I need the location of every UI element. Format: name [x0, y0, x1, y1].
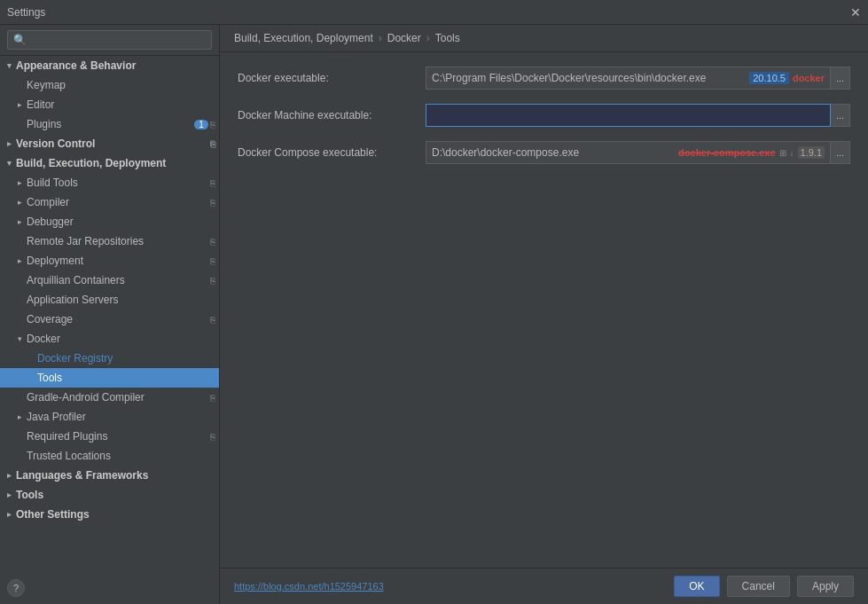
chevron-lang: [4, 470, 14, 481]
help-link[interactable]: https://blog.csdn.net/h1525947163: [234, 581, 384, 592]
sidebar-item-label: Required Plugins: [27, 430, 210, 443]
sidebar-item-app-servers[interactable]: Application Servers: [0, 290, 219, 310]
sidebar-item-label: Tools: [37, 372, 215, 384]
sidebar-item-plugins[interactable]: Plugins 1 ⎘: [0, 114, 219, 134]
sidebar-item-gradle-android[interactable]: Gradle-Android Compiler ⎘: [0, 388, 219, 407]
sidebar-item-keymap[interactable]: Keymap: [0, 75, 219, 95]
sidebar-item-coverage[interactable]: Coverage ⎘: [0, 310, 219, 329]
sidebar-item-editor[interactable]: Editor: [0, 95, 219, 114]
search-box: [0, 25, 219, 56]
sidebar-item-trusted-locations[interactable]: Trusted Locations: [0, 446, 219, 466]
docker-compose-display: D:\docker\docker-compose.exe docker-comp…: [426, 141, 831, 164]
copy-icon: ⎘: [210, 139, 215, 149]
docker-machine-row: Docker Machine executable: ...: [238, 104, 850, 127]
docker-compose-name-badge: docker-compose.exe: [678, 147, 775, 158]
docker-compose-value: D:\docker\docker-compose.exe: [432, 146, 579, 159]
sidebar-item-languages[interactable]: Languages & Frameworks: [0, 466, 219, 485]
copy-icon: ⎘: [210, 198, 215, 208]
bottom-buttons: OK Cancel Apply: [674, 576, 854, 597]
breadcrumb: Build, Execution, Deployment › Docker › …: [220, 25, 868, 52]
docker-exe-display: C:\Program Files\Docker\Docker\resources…: [426, 67, 831, 90]
chevron-tools: [25, 373, 35, 383]
sidebar-item-tools[interactable]: Tools: [0, 368, 219, 388]
copy-icon: ⎘: [210, 393, 215, 403]
sidebar-item-label: Deployment: [27, 255, 210, 267]
chevron-compiler: [14, 197, 25, 208]
arq-icons: ⎘: [210, 276, 215, 286]
docker-machine-input-group: ...: [426, 104, 850, 127]
sidebar-item-version-control[interactable]: Version Control ⎘: [0, 134, 219, 153]
chevron-build: [4, 158, 14, 169]
sidebar-item-appearance[interactable]: Appearance & Behavior: [0, 56, 219, 75]
sidebar-item-label: Plugins: [27, 118, 191, 130]
sidebar-item-label: Docker Registry: [37, 352, 215, 365]
sidebar-item-deployment[interactable]: Deployment ⎘: [0, 251, 219, 271]
chevron-plugins: [14, 119, 25, 129]
sidebar-item-remote-jar[interactable]: Remote Jar Repositories ⎘: [0, 231, 219, 251]
sidebar-item-label: Trusted Locations: [27, 450, 215, 462]
docker-exe-browse-button[interactable]: ...: [831, 67, 850, 90]
sidebar-tree: Appearance & Behavior Keymap Editor Plug…: [0, 56, 219, 604]
sidebar: Appearance & Behavior Keymap Editor Plug…: [0, 25, 220, 604]
breadcrumb-sep-1: ›: [379, 32, 382, 44]
docker-compose-arrow: ↓: [790, 148, 794, 158]
docker-compose-row: Docker Compose executable: D:\docker\doc…: [238, 141, 850, 164]
copy-icon: ⎘: [210, 276, 215, 286]
copy-icon: ⎘: [210, 256, 215, 266]
docker-compose-badges: docker-compose.exe ⊞ ↓ 1.9.1: [678, 146, 825, 159]
sidebar-item-tools-root[interactable]: Tools: [0, 485, 219, 505]
sidebar-item-label: Gradle-Android Compiler: [27, 391, 210, 404]
docker-name-badge: docker: [793, 73, 825, 83]
plugins-icons: 1 ⎘: [191, 120, 215, 129]
chevron-tl: [14, 451, 25, 461]
plugins-badge: 1: [194, 120, 208, 129]
cancel-button[interactable]: Cancel: [727, 576, 790, 597]
sidebar-item-other[interactable]: Other Settings: [0, 505, 219, 524]
chevron-ga: [14, 392, 25, 403]
chevron-other: [4, 509, 14, 520]
chevron-arq: [14, 275, 25, 286]
vc-icons: ⎘: [210, 139, 215, 149]
sidebar-item-required-plugins[interactable]: Required Plugins ⎘: [0, 427, 219, 446]
chevron-build-tools: [14, 177, 25, 188]
chevron-debugger: [14, 216, 25, 227]
sidebar-item-debugger[interactable]: Debugger: [0, 212, 219, 231]
rjr-icons: ⎘: [210, 237, 215, 247]
content-area: Build, Execution, Deployment › Docker › …: [220, 25, 868, 604]
apply-button[interactable]: Apply: [797, 576, 854, 597]
chevron-editor: [14, 99, 25, 110]
sidebar-item-label: Coverage: [27, 313, 210, 326]
sidebar-item-docker-registry[interactable]: Docker Registry: [0, 349, 219, 368]
chevron-docker: [14, 333, 25, 344]
copy-icon: ⎘: [210, 432, 215, 442]
sidebar-item-label: Java Profiler: [27, 411, 215, 423]
docker-compose-browse-button[interactable]: ...: [831, 141, 850, 164]
search-input[interactable]: [7, 30, 212, 50]
sidebar-item-docker[interactable]: Docker: [0, 329, 219, 349]
chevron-coverage: [14, 314, 25, 325]
docker-version-badge: 20.10.5: [749, 72, 789, 84]
ok-button[interactable]: OK: [674, 576, 719, 597]
sidebar-item-label: Appearance & Behavior: [16, 59, 215, 72]
sidebar-item-build-tools[interactable]: Build Tools ⎘: [0, 173, 219, 192]
help-button[interactable]: ?: [7, 579, 25, 597]
cov-icons: ⎘: [210, 315, 215, 325]
docker-machine-browse-button[interactable]: ...: [831, 104, 850, 127]
sidebar-item-label: Editor: [27, 98, 215, 111]
chevron-dr: [25, 353, 35, 364]
chevron-jp: [14, 412, 25, 422]
sidebar-item-build[interactable]: Build, Execution, Deployment: [0, 153, 219, 173]
dep-icons: ⎘: [210, 256, 215, 266]
sidebar-item-java-profiler[interactable]: Java Profiler: [0, 407, 219, 427]
docker-exe-input-group: C:\Program Files\Docker\Docker\resources…: [426, 67, 850, 90]
sidebar-item-arquillian[interactable]: Arquillian Containers ⎘: [0, 271, 219, 290]
close-button[interactable]: ✕: [850, 5, 861, 20]
chevron-vc: [4, 138, 14, 149]
docker-exe-label: Docker executable:: [238, 72, 415, 84]
chevron-rjr: [14, 236, 25, 247]
sidebar-item-compiler[interactable]: Compiler ⎘: [0, 192, 219, 212]
bt-icons: ⎘: [210, 178, 215, 188]
title-bar: Settings ✕: [0, 0, 868, 25]
sidebar-item-label: Version Control: [16, 137, 210, 150]
docker-machine-input[interactable]: [426, 104, 831, 127]
